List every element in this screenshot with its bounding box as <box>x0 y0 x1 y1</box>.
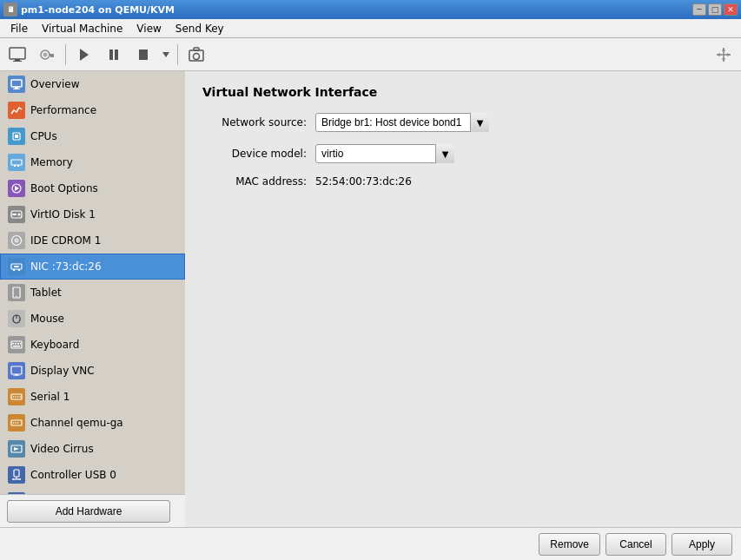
device-model-row: Device model: virtioe1000rtl8139vmxnet3 … <box>202 144 724 163</box>
titlebar-icon: 🖥 <box>3 3 17 16</box>
controller-usb-0-icon <box>8 466 25 484</box>
menu-send-key[interactable]: Send Key <box>169 21 231 36</box>
sidebar-item-channel-qemu-ga[interactable]: Channel qemu-ga <box>0 410 185 436</box>
toolbar-snapshot-button[interactable] <box>182 42 210 68</box>
sidebar-item-performance[interactable]: Performance <box>0 97 185 123</box>
sidebar-item-tablet[interactable]: Tablet <box>0 280 185 306</box>
sidebar-item-serial-1[interactable]: Serial 1 <box>0 384 185 410</box>
svg-point-62 <box>15 422 17 424</box>
sidebar-item-video-cirrus[interactable]: Video Cirrus <box>0 436 185 462</box>
close-button[interactable]: ✕ <box>724 3 738 16</box>
network-source-wrapper: Bridge br1: Host device bond1Bridge br0:… <box>315 113 489 132</box>
toolbar-stop-button[interactable] <box>129 42 157 68</box>
menu-view[interactable]: View <box>129 21 168 36</box>
svg-rect-41 <box>14 266 19 267</box>
stop-icon <box>137 48 149 62</box>
performance-icon <box>8 102 25 119</box>
network-source-select[interactable]: Bridge br1: Host device bond1Bridge br0:… <box>315 113 489 132</box>
sidebar-item-mouse[interactable]: Mouse <box>0 306 185 332</box>
main-area: OverviewPerformanceCPUsMemoryBoot Option… <box>0 71 741 527</box>
svg-rect-24 <box>13 89 20 89</box>
monitor-icon <box>9 47 26 63</box>
svg-marker-31 <box>15 186 19 191</box>
sidebar-item-overview[interactable]: Overview <box>0 71 185 97</box>
svg-marker-12 <box>162 52 169 57</box>
svg-rect-52 <box>11 366 22 374</box>
sidebar-item-label-keyboard: Keyboard <box>30 339 79 351</box>
svg-rect-46 <box>11 341 22 348</box>
svg-point-61 <box>13 422 15 424</box>
mouse-icon <box>8 310 25 327</box>
key-icon <box>38 46 56 63</box>
device-model-wrapper: virtioe1000rtl8139vmxnet3 ▼ <box>315 144 454 163</box>
toolbar <box>0 38 741 71</box>
cancel-button[interactable]: Cancel <box>605 533 666 556</box>
add-hardware-button[interactable]: Add Hardware <box>7 500 170 523</box>
svg-rect-7 <box>50 56 52 57</box>
toolbar-move-button[interactable] <box>710 42 738 68</box>
content-panel: Virtual Network Interface Network source… <box>185 71 741 527</box>
keyboard-icon <box>8 336 25 353</box>
device-model-label: Device model: <box>202 148 315 160</box>
svg-rect-29 <box>17 165 19 167</box>
sidebar-item-controller-pci-0[interactable]: Controller PCI 0 <box>0 488 185 494</box>
maximize-button[interactable]: □ <box>708 3 722 16</box>
svg-rect-26 <box>15 135 18 138</box>
svg-rect-51 <box>13 346 20 347</box>
svg-point-37 <box>16 240 17 241</box>
toolbar-play-button[interactable] <box>70 42 98 68</box>
pause-icon <box>108 48 120 62</box>
sidebar-item-memory[interactable]: Memory <box>0 149 185 175</box>
sidebar-item-label-overview: Overview <box>30 78 80 90</box>
svg-rect-50 <box>20 343 21 345</box>
svg-rect-48 <box>15 343 17 345</box>
add-hardware-bar: Add Hardware <box>0 494 185 527</box>
svg-rect-9 <box>109 49 113 60</box>
svg-rect-11 <box>139 49 148 60</box>
mac-address-row: MAC address: 52:54:00:73:dc:26 <box>202 175 724 188</box>
remove-button[interactable]: Remove <box>539 533 600 556</box>
content-title: Virtual Network Interface <box>202 85 724 99</box>
sidebar-item-label-mouse: Mouse <box>30 313 64 325</box>
menubar: File Virtual Machine View Send Key <box>0 19 741 38</box>
sidebar-item-keyboard[interactable]: Keyboard <box>0 332 185 358</box>
cpus-icon <box>8 128 25 145</box>
svg-marker-18 <box>722 48 725 51</box>
sidebar-item-label-controller-usb-0: Controller USB 0 <box>30 469 116 481</box>
toolbar-pause-button[interactable] <box>100 42 128 68</box>
device-model-select[interactable]: virtioe1000rtl8139vmxnet3 <box>315 144 454 163</box>
toolbar-separator-2 <box>177 44 178 65</box>
svg-rect-39 <box>13 269 15 271</box>
sidebar-item-label-serial-1: Serial 1 <box>30 391 69 403</box>
sidebar-item-label-nic: NIC :73:dc:26 <box>30 260 102 273</box>
sidebar-item-cpus[interactable]: CPUs <box>0 123 185 149</box>
svg-point-57 <box>15 396 17 398</box>
titlebar: 🖥 pm1-node204 on QEMU/KVM ─ □ ✕ <box>0 0 741 19</box>
svg-rect-14 <box>194 48 199 50</box>
toolbar-separator-1 <box>65 44 66 65</box>
sidebar-item-controller-usb-0[interactable]: Controller USB 0 <box>0 462 185 488</box>
toolbar-key-button[interactable] <box>33 42 61 68</box>
sidebar-item-nic[interactable]: NIC :73:dc:26 <box>0 254 185 280</box>
sidebar-item-display-vnc[interactable]: Display VNC <box>0 358 185 384</box>
sidebar-item-boot-options[interactable]: Boot Options <box>0 175 185 201</box>
sidebar: OverviewPerformanceCPUsMemoryBoot Option… <box>0 71 185 494</box>
svg-rect-40 <box>18 269 20 271</box>
sidebar-wrapper: OverviewPerformanceCPUsMemoryBoot Option… <box>0 71 185 527</box>
menu-file[interactable]: File <box>3 21 35 36</box>
svg-marker-21 <box>727 53 731 56</box>
tablet-icon <box>8 284 25 301</box>
ide-cdrom-1-icon <box>8 232 25 249</box>
sidebar-item-label-tablet: Tablet <box>30 287 62 299</box>
apply-button[interactable]: Apply <box>672 533 732 556</box>
sidebar-item-ide-cdrom-1[interactable]: IDE CDROM 1 <box>0 227 185 254</box>
svg-rect-10 <box>115 49 118 60</box>
toolbar-monitor-button[interactable] <box>3 42 31 68</box>
sidebar-item-virtio-disk-1[interactable]: VirtIO Disk 1 <box>0 201 185 227</box>
menu-virtual-machine[interactable]: Virtual Machine <box>35 21 129 36</box>
svg-rect-34 <box>12 214 17 215</box>
sidebar-item-label-channel-qemu-ga: Channel qemu-ga <box>30 417 123 429</box>
play-icon <box>78 48 90 62</box>
toolbar-dropdown-button[interactable] <box>159 42 173 68</box>
minimize-button[interactable]: ─ <box>692 3 706 16</box>
